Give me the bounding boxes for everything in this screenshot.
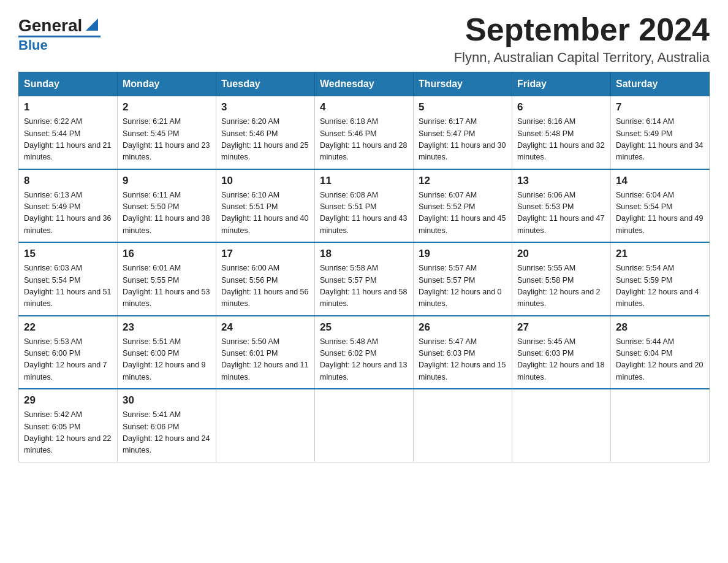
day-header-monday: Monday bbox=[118, 72, 216, 96]
day-number: 8 bbox=[24, 175, 112, 187]
day-info: Sunrise: 5:45 AMSunset: 6:03 PMDaylight:… bbox=[517, 336, 605, 384]
title-section: September 2024 Flynn, Australian Capital… bbox=[454, 12, 710, 66]
day-number: 12 bbox=[419, 175, 507, 187]
calendar-cell: 11Sunrise: 6:08 AMSunset: 5:51 PMDayligh… bbox=[315, 169, 414, 243]
calendar-cell: 26Sunrise: 5:47 AMSunset: 6:03 PMDayligh… bbox=[414, 316, 512, 389]
day-number: 28 bbox=[616, 321, 704, 334]
day-number: 21 bbox=[616, 248, 704, 260]
day-info: Sunrise: 5:54 AMSunset: 5:59 PMDaylight:… bbox=[616, 262, 704, 310]
day-info: Sunrise: 5:50 AMSunset: 6:01 PMDaylight:… bbox=[221, 336, 309, 384]
day-info: Sunrise: 5:51 AMSunset: 6:00 PMDaylight:… bbox=[123, 336, 211, 384]
day-number: 4 bbox=[320, 101, 408, 113]
day-number: 22 bbox=[24, 321, 112, 334]
calendar-cell: 21Sunrise: 5:54 AMSunset: 5:59 PMDayligh… bbox=[611, 242, 710, 316]
day-number: 27 bbox=[517, 321, 605, 334]
calendar-cell: 10Sunrise: 6:10 AMSunset: 5:51 PMDayligh… bbox=[216, 169, 315, 243]
week-row-4: 22Sunrise: 5:53 AMSunset: 6:00 PMDayligh… bbox=[19, 316, 710, 389]
day-number: 2 bbox=[123, 101, 211, 113]
day-number: 23 bbox=[123, 321, 211, 334]
day-info: Sunrise: 6:16 AMSunset: 5:48 PMDaylight:… bbox=[517, 116, 605, 164]
calendar-cell: 13Sunrise: 6:06 AMSunset: 5:53 PMDayligh… bbox=[512, 169, 611, 243]
day-info: Sunrise: 6:07 AMSunset: 5:52 PMDaylight:… bbox=[419, 190, 507, 237]
calendar-body: 1Sunrise: 6:22 AMSunset: 5:44 PMDaylight… bbox=[19, 96, 710, 462]
calendar-cell: 9Sunrise: 6:11 AMSunset: 5:50 PMDaylight… bbox=[118, 169, 216, 243]
day-info: Sunrise: 6:08 AMSunset: 5:51 PMDaylight:… bbox=[320, 190, 408, 237]
logo-blue-text: Blue bbox=[18, 37, 48, 53]
day-info: Sunrise: 5:53 AMSunset: 6:00 PMDaylight:… bbox=[24, 336, 112, 384]
calendar-cell: 8Sunrise: 6:13 AMSunset: 5:49 PMDaylight… bbox=[19, 169, 118, 243]
day-number: 25 bbox=[320, 321, 408, 334]
day-info: Sunrise: 5:57 AMSunset: 5:57 PMDaylight:… bbox=[419, 262, 507, 310]
calendar-cell: 23Sunrise: 5:51 AMSunset: 6:00 PMDayligh… bbox=[118, 316, 216, 389]
day-number: 9 bbox=[123, 175, 211, 187]
day-number: 26 bbox=[419, 321, 507, 334]
calendar-cell bbox=[414, 389, 512, 462]
day-info: Sunrise: 5:58 AMSunset: 5:57 PMDaylight:… bbox=[320, 262, 408, 310]
day-number: 5 bbox=[419, 101, 507, 113]
day-header-row: SundayMondayTuesdayWednesdayThursdayFrid… bbox=[19, 72, 710, 96]
day-number: 11 bbox=[320, 175, 408, 187]
day-info: Sunrise: 6:01 AMSunset: 5:55 PMDaylight:… bbox=[123, 262, 211, 310]
calendar-cell: 7Sunrise: 6:14 AMSunset: 5:49 PMDaylight… bbox=[611, 96, 710, 169]
day-info: Sunrise: 6:17 AMSunset: 5:47 PMDaylight:… bbox=[419, 116, 507, 164]
day-number: 15 bbox=[24, 248, 112, 260]
calendar-cell: 25Sunrise: 5:48 AMSunset: 6:02 PMDayligh… bbox=[315, 316, 414, 389]
calendar-cell: 5Sunrise: 6:17 AMSunset: 5:47 PMDaylight… bbox=[414, 96, 512, 169]
calendar-cell bbox=[315, 389, 414, 462]
day-number: 18 bbox=[320, 248, 408, 260]
logo: General Blue bbox=[18, 17, 100, 53]
calendar-header: SundayMondayTuesdayWednesdayThursdayFrid… bbox=[19, 72, 710, 96]
day-info: Sunrise: 6:18 AMSunset: 5:46 PMDaylight:… bbox=[320, 116, 408, 164]
day-header-tuesday: Tuesday bbox=[216, 72, 315, 96]
day-info: Sunrise: 6:11 AMSunset: 5:50 PMDaylight:… bbox=[123, 190, 211, 237]
day-info: Sunrise: 5:47 AMSunset: 6:03 PMDaylight:… bbox=[419, 336, 507, 384]
calendar-title: September 2024 bbox=[454, 12, 710, 47]
calendar-cell bbox=[611, 389, 710, 462]
day-info: Sunrise: 6:20 AMSunset: 5:46 PMDaylight:… bbox=[221, 116, 309, 164]
day-info: Sunrise: 5:42 AMSunset: 6:05 PMDaylight:… bbox=[24, 409, 112, 457]
calendar-cell bbox=[512, 389, 611, 462]
day-info: Sunrise: 6:14 AMSunset: 5:49 PMDaylight:… bbox=[616, 116, 704, 164]
day-info: Sunrise: 6:10 AMSunset: 5:51 PMDaylight:… bbox=[221, 190, 309, 237]
calendar-cell: 28Sunrise: 5:44 AMSunset: 6:04 PMDayligh… bbox=[611, 316, 710, 389]
day-number: 16 bbox=[123, 248, 211, 260]
day-number: 29 bbox=[24, 394, 112, 407]
calendar-cell: 12Sunrise: 6:07 AMSunset: 5:52 PMDayligh… bbox=[414, 169, 512, 243]
week-row-1: 1Sunrise: 6:22 AMSunset: 5:44 PMDaylight… bbox=[19, 96, 710, 169]
day-info: Sunrise: 6:06 AMSunset: 5:53 PMDaylight:… bbox=[517, 190, 605, 237]
calendar-cell: 19Sunrise: 5:57 AMSunset: 5:57 PMDayligh… bbox=[414, 242, 512, 316]
calendar-cell: 15Sunrise: 6:03 AMSunset: 5:54 PMDayligh… bbox=[19, 242, 118, 316]
day-info: Sunrise: 5:48 AMSunset: 6:02 PMDaylight:… bbox=[320, 336, 408, 384]
calendar-cell: 3Sunrise: 6:20 AMSunset: 5:46 PMDaylight… bbox=[216, 96, 315, 169]
logo-triangle-icon bbox=[83, 16, 100, 33]
day-number: 6 bbox=[517, 101, 605, 113]
calendar-cell: 17Sunrise: 6:00 AMSunset: 5:56 PMDayligh… bbox=[216, 242, 315, 316]
day-info: Sunrise: 6:21 AMSunset: 5:45 PMDaylight:… bbox=[123, 116, 211, 164]
calendar-cell: 14Sunrise: 6:04 AMSunset: 5:54 PMDayligh… bbox=[611, 169, 710, 243]
calendar-cell: 22Sunrise: 5:53 AMSunset: 6:00 PMDayligh… bbox=[19, 316, 118, 389]
day-number: 24 bbox=[221, 321, 309, 334]
calendar-cell: 29Sunrise: 5:42 AMSunset: 6:05 PMDayligh… bbox=[19, 389, 118, 462]
calendar-cell: 27Sunrise: 5:45 AMSunset: 6:03 PMDayligh… bbox=[512, 316, 611, 389]
calendar-table: SundayMondayTuesdayWednesdayThursdayFrid… bbox=[18, 72, 710, 462]
day-info: Sunrise: 6:04 AMSunset: 5:54 PMDaylight:… bbox=[616, 190, 704, 237]
day-info: Sunrise: 5:55 AMSunset: 5:58 PMDaylight:… bbox=[517, 262, 605, 310]
week-row-3: 15Sunrise: 6:03 AMSunset: 5:54 PMDayligh… bbox=[19, 242, 710, 316]
day-number: 10 bbox=[221, 175, 309, 187]
calendar-cell: 24Sunrise: 5:50 AMSunset: 6:01 PMDayligh… bbox=[216, 316, 315, 389]
calendar-subtitle: Flynn, Australian Capital Territory, Aus… bbox=[454, 50, 710, 66]
day-header-sunday: Sunday bbox=[19, 72, 118, 96]
day-info: Sunrise: 5:41 AMSunset: 6:06 PMDaylight:… bbox=[123, 409, 211, 457]
calendar-cell: 16Sunrise: 6:01 AMSunset: 5:55 PMDayligh… bbox=[118, 242, 216, 316]
page-header: General Blue September 2024 Flynn, Austr… bbox=[18, 12, 710, 66]
logo-general-text: General bbox=[18, 17, 82, 34]
day-number: 1 bbox=[24, 101, 112, 113]
week-row-2: 8Sunrise: 6:13 AMSunset: 5:49 PMDaylight… bbox=[19, 169, 710, 243]
calendar-cell: 30Sunrise: 5:41 AMSunset: 6:06 PMDayligh… bbox=[118, 389, 216, 462]
svg-marker-0 bbox=[86, 18, 98, 31]
calendar-cell: 20Sunrise: 5:55 AMSunset: 5:58 PMDayligh… bbox=[512, 242, 611, 316]
calendar-cell: 6Sunrise: 6:16 AMSunset: 5:48 PMDaylight… bbox=[512, 96, 611, 169]
day-number: 14 bbox=[616, 175, 704, 187]
calendar-cell bbox=[216, 389, 315, 462]
day-info: Sunrise: 6:03 AMSunset: 5:54 PMDaylight:… bbox=[24, 262, 112, 310]
